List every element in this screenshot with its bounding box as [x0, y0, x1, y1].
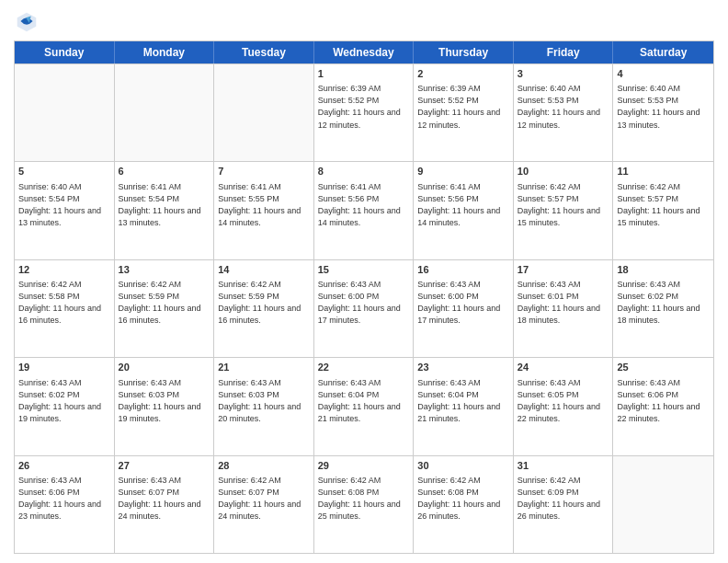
day-info: Sunrise: 6:40 AMSunset: 5:53 PMDaylight:…	[518, 83, 609, 131]
day-cell-30: 30Sunrise: 6:42 AMSunset: 6:08 PMDayligh…	[414, 456, 514, 553]
day-number: 21	[218, 361, 310, 374]
calendar: SundayMondayTuesdayWednesdayThursdayFrid…	[14, 40, 714, 554]
day-info: Sunrise: 6:43 AMSunset: 6:03 PMDaylight:…	[218, 377, 310, 425]
day-number: 25	[617, 361, 710, 374]
day-cell-29: 29Sunrise: 6:42 AMSunset: 6:08 PMDayligh…	[314, 456, 415, 553]
day-cell-6: 6Sunrise: 6:41 AMSunset: 5:54 PMDaylight…	[115, 162, 215, 259]
day-cell-7: 7Sunrise: 6:41 AMSunset: 5:55 PMDaylight…	[214, 162, 314, 259]
day-number: 2	[417, 67, 509, 81]
logo-icon	[14, 9, 40, 35]
header-day-sunday: Sunday	[15, 41, 115, 63]
day-number: 7	[218, 165, 310, 178]
day-cell-9: 9Sunrise: 6:41 AMSunset: 5:56 PMDaylight…	[414, 162, 514, 259]
header-day-tuesday: Tuesday	[214, 41, 314, 63]
day-number: 29	[318, 459, 410, 473]
day-cell-4: 4Sunrise: 6:40 AMSunset: 5:53 PMDaylight…	[613, 64, 713, 161]
day-info: Sunrise: 6:43 AMSunset: 6:03 PMDaylight:…	[119, 377, 210, 425]
header-day-monday: Monday	[115, 41, 215, 63]
day-info: Sunrise: 6:42 AMSunset: 5:57 PMDaylight:…	[617, 181, 710, 229]
day-number: 14	[218, 263, 310, 277]
day-number: 1	[318, 67, 410, 81]
day-info: Sunrise: 6:42 AMSunset: 5:58 PMDaylight:…	[18, 279, 110, 327]
day-info: Sunrise: 6:43 AMSunset: 6:04 PMDaylight:…	[417, 377, 509, 425]
day-info: Sunrise: 6:40 AMSunset: 5:53 PMDaylight:…	[617, 83, 710, 131]
day-info: Sunrise: 6:41 AMSunset: 5:55 PMDaylight:…	[218, 181, 310, 229]
header-day-wednesday: Wednesday	[314, 41, 415, 63]
day-info: Sunrise: 6:42 AMSunset: 6:08 PMDaylight:…	[318, 475, 410, 523]
day-number: 31	[518, 459, 609, 473]
day-cell-18: 18Sunrise: 6:43 AMSunset: 6:02 PMDayligh…	[613, 260, 713, 357]
day-number: 20	[119, 361, 210, 374]
day-cell-21: 21Sunrise: 6:43 AMSunset: 6:03 PMDayligh…	[214, 358, 314, 454]
day-number: 23	[417, 361, 509, 374]
day-cell-3: 3Sunrise: 6:40 AMSunset: 5:53 PMDaylight…	[514, 64, 614, 161]
empty-cell-4-6	[613, 456, 713, 553]
day-number: 15	[318, 263, 410, 277]
week-row-3: 19Sunrise: 6:43 AMSunset: 6:02 PMDayligh…	[15, 357, 713, 454]
day-info: Sunrise: 6:41 AMSunset: 5:56 PMDaylight:…	[318, 181, 410, 229]
day-number: 8	[318, 165, 410, 178]
day-cell-22: 22Sunrise: 6:43 AMSunset: 6:04 PMDayligh…	[314, 358, 415, 454]
day-cell-8: 8Sunrise: 6:41 AMSunset: 5:56 PMDaylight…	[314, 162, 415, 259]
empty-cell-0-1	[115, 64, 215, 161]
empty-cell-0-0	[15, 64, 115, 161]
day-number: 28	[218, 459, 310, 473]
day-cell-25: 25Sunrise: 6:43 AMSunset: 6:06 PMDayligh…	[613, 358, 713, 454]
day-number: 13	[119, 263, 210, 277]
day-number: 18	[617, 263, 710, 277]
day-info: Sunrise: 6:42 AMSunset: 6:07 PMDaylight:…	[218, 475, 310, 523]
day-number: 9	[417, 165, 509, 178]
day-cell-10: 10Sunrise: 6:42 AMSunset: 5:57 PMDayligh…	[514, 162, 614, 259]
day-number: 12	[18, 263, 110, 277]
day-number: 10	[518, 165, 609, 178]
day-number: 26	[18, 459, 110, 473]
header-day-thursday: Thursday	[414, 41, 514, 63]
day-number: 16	[417, 263, 509, 277]
day-number: 5	[18, 165, 110, 178]
day-cell-1: 1Sunrise: 6:39 AMSunset: 5:52 PMDaylight…	[314, 64, 415, 161]
day-cell-11: 11Sunrise: 6:42 AMSunset: 5:57 PMDayligh…	[613, 162, 713, 259]
day-info: Sunrise: 6:42 AMSunset: 5:59 PMDaylight:…	[218, 279, 310, 327]
day-number: 17	[518, 263, 609, 277]
day-cell-23: 23Sunrise: 6:43 AMSunset: 6:04 PMDayligh…	[414, 358, 514, 454]
header	[14, 9, 714, 35]
week-row-4: 26Sunrise: 6:43 AMSunset: 6:06 PMDayligh…	[15, 455, 713, 553]
day-cell-31: 31Sunrise: 6:42 AMSunset: 6:09 PMDayligh…	[514, 456, 614, 553]
day-number: 22	[318, 361, 410, 374]
day-info: Sunrise: 6:42 AMSunset: 6:08 PMDaylight:…	[417, 475, 509, 523]
day-cell-27: 27Sunrise: 6:43 AMSunset: 6:07 PMDayligh…	[115, 456, 215, 553]
logo	[14, 9, 43, 35]
day-cell-2: 2Sunrise: 6:39 AMSunset: 5:52 PMDaylight…	[414, 64, 514, 161]
day-info: Sunrise: 6:41 AMSunset: 5:54 PMDaylight:…	[119, 181, 210, 229]
day-info: Sunrise: 6:43 AMSunset: 6:04 PMDaylight:…	[318, 377, 410, 425]
header-day-friday: Friday	[514, 41, 614, 63]
day-info: Sunrise: 6:43 AMSunset: 6:05 PMDaylight:…	[518, 377, 609, 425]
day-number: 4	[617, 67, 710, 81]
day-info: Sunrise: 6:43 AMSunset: 6:06 PMDaylight:…	[18, 475, 110, 523]
day-info: Sunrise: 6:42 AMSunset: 5:57 PMDaylight:…	[518, 181, 609, 229]
day-info: Sunrise: 6:43 AMSunset: 6:02 PMDaylight:…	[617, 279, 710, 327]
day-info: Sunrise: 6:43 AMSunset: 6:02 PMDaylight:…	[18, 377, 110, 425]
day-cell-16: 16Sunrise: 6:43 AMSunset: 6:00 PMDayligh…	[414, 260, 514, 357]
day-info: Sunrise: 6:43 AMSunset: 6:06 PMDaylight:…	[617, 377, 710, 425]
empty-cell-0-2	[214, 64, 314, 161]
day-number: 30	[417, 459, 509, 473]
day-cell-19: 19Sunrise: 6:43 AMSunset: 6:02 PMDayligh…	[15, 358, 115, 454]
day-cell-20: 20Sunrise: 6:43 AMSunset: 6:03 PMDayligh…	[115, 358, 215, 454]
day-cell-15: 15Sunrise: 6:43 AMSunset: 6:00 PMDayligh…	[314, 260, 415, 357]
day-info: Sunrise: 6:39 AMSunset: 5:52 PMDaylight:…	[417, 83, 509, 131]
day-info: Sunrise: 6:40 AMSunset: 5:54 PMDaylight:…	[18, 181, 110, 229]
page: SundayMondayTuesdayWednesdayThursdayFrid…	[0, 0, 728, 563]
day-info: Sunrise: 6:41 AMSunset: 5:56 PMDaylight:…	[417, 181, 509, 229]
day-cell-17: 17Sunrise: 6:43 AMSunset: 6:01 PMDayligh…	[514, 260, 614, 357]
day-number: 3	[518, 67, 609, 81]
day-info: Sunrise: 6:43 AMSunset: 6:01 PMDaylight:…	[518, 279, 609, 327]
day-cell-24: 24Sunrise: 6:43 AMSunset: 6:05 PMDayligh…	[514, 358, 614, 454]
week-row-0: 1Sunrise: 6:39 AMSunset: 5:52 PMDaylight…	[15, 63, 713, 161]
day-info: Sunrise: 6:43 AMSunset: 6:00 PMDaylight:…	[417, 279, 509, 327]
day-number: 27	[119, 459, 210, 473]
day-cell-12: 12Sunrise: 6:42 AMSunset: 5:58 PMDayligh…	[15, 260, 115, 357]
day-number: 6	[119, 165, 210, 178]
day-cell-26: 26Sunrise: 6:43 AMSunset: 6:06 PMDayligh…	[15, 456, 115, 553]
header-day-saturday: Saturday	[613, 41, 713, 63]
